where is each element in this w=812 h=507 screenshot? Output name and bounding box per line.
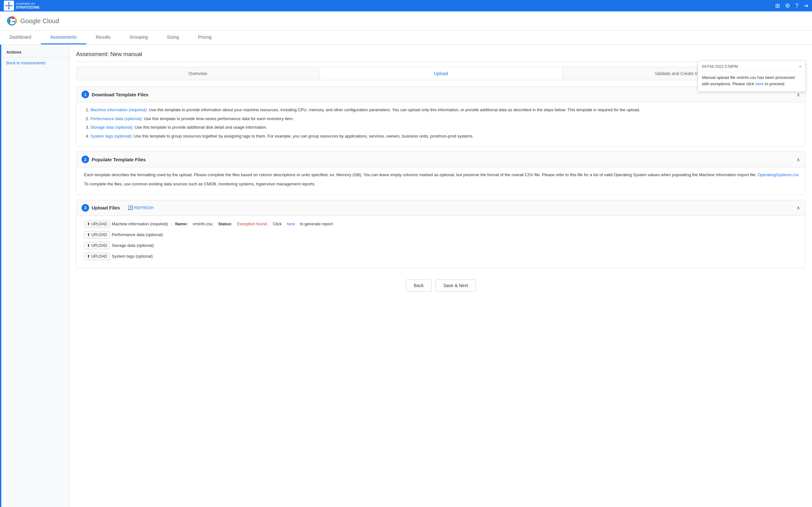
notification-body: Manual upload file vmInfo.csv has been p…	[698, 71, 805, 91]
list-item: Performance data (optional): Use this te…	[90, 116, 800, 122]
system-tags-link[interactable]: System tags (optional):	[90, 134, 133, 138]
google-cloud-text: Google Cloud	[20, 17, 59, 25]
name-value: vmInfo.csv,	[193, 222, 213, 226]
svg-rect-4	[5, 5, 8, 6]
svg-rect-3	[9, 7, 9, 9]
assessment-title: Assessment: New manual	[76, 51, 806, 62]
section-upload: 3 Upload Files 🔄 REFRESH ∧ ⬆ UPLOAD	[76, 200, 806, 268]
section-download: 1 Download Template Files ∧ Machine info…	[76, 87, 806, 147]
performance-data-link[interactable]: Performance data (optional):	[90, 116, 143, 121]
status-label: Status:	[218, 222, 232, 226]
upload-tags-button[interactable]: ⬆ UPLOAD	[84, 252, 110, 260]
section-upload-toggle[interactable]: ∧	[797, 205, 800, 211]
tab-assessments[interactable]: Assessments	[41, 31, 86, 44]
stratozone-logo: POWERED BY STRATOZONE	[4, 1, 40, 11]
upload-icon: ⬆	[87, 243, 90, 248]
sidebar-active-bar	[0, 45, 1, 507]
sub-tab-upload[interactable]: Upload	[319, 67, 562, 80]
section-download-toggle[interactable]: ∧	[797, 92, 800, 98]
stratozone-logo-icon	[4, 1, 14, 11]
notification-popup: 04-Feb-2022 5:58PM × Manual upload file …	[698, 60, 806, 92]
notification-timestamp: 04-Feb-2022 5:58PM	[702, 64, 738, 69]
google-cloud-icon	[6, 15, 18, 26]
logout-icon[interactable]: ⇥	[803, 2, 808, 9]
stratozone-logo-text: POWERED BY STRATOZONE	[16, 2, 40, 9]
header: Google Cloud	[0, 11, 812, 31]
populate-para2: To complete the files, use common existi…	[84, 181, 800, 187]
upload-storage-button[interactable]: ⬆ UPLOAD	[84, 242, 110, 249]
section-populate-header: 2 Populate Template Files ∧	[77, 152, 805, 167]
sub-tabs: Overview Upload Validate and Create Inve…	[76, 67, 806, 80]
list-item: Storage data (optional): Use this templa…	[90, 124, 800, 130]
name-label: Name:	[175, 222, 188, 226]
section-populate: 2 Populate Template Files ∧ Each templat…	[76, 152, 806, 195]
svg-rect-2	[9, 2, 9, 4]
notification-header: 04-Feb-2022 5:58PM ×	[698, 61, 805, 71]
settings-icon[interactable]: ⚙	[785, 2, 790, 9]
top-bar: POWERED BY STRATOZONE ⊞ ⚙ ? ⇥	[0, 0, 812, 11]
sidebar-item-back-to-assessments[interactable]: Back to Assessments	[0, 57, 69, 68]
tab-grouping[interactable]: Grouping	[120, 31, 157, 44]
upload-row-machine: ⬆ UPLOAD Machine information (required) …	[84, 220, 800, 228]
upload-row-storage: ⬆ UPLOAD Storage data (optional)	[84, 242, 800, 249]
refresh-icon: 🔄	[128, 205, 133, 210]
upload-machine-button[interactable]: ⬆ UPLOAD	[84, 220, 110, 228]
section-download-title: 1 Download Template Files	[82, 91, 148, 98]
upload-icon: ⬆	[87, 254, 90, 259]
sub-tab-overview[interactable]: Overview	[77, 67, 319, 80]
notification-message-end: to proceed.	[765, 81, 785, 86]
tab-dashboard[interactable]: Dashboard	[0, 31, 41, 44]
help-icon[interactable]: ?	[795, 3, 798, 9]
exception-here-link[interactable]: here	[287, 222, 295, 226]
main-layout: Actions Back to Assessments 04-Feb-2022 …	[0, 45, 812, 507]
top-bar-right: ⊞ ⚙ ? ⇥	[775, 2, 808, 9]
storage-data-link[interactable]: Storage data (optional):	[90, 125, 134, 130]
google-cloud-logo: Google Cloud	[6, 15, 59, 26]
grid-icon[interactable]: ⊞	[775, 2, 780, 9]
list-item: Machine information (required): Use this…	[90, 107, 800, 113]
content-area: 04-Feb-2022 5:58PM × Manual upload file …	[70, 45, 812, 507]
tab-pricing[interactable]: Pricing	[189, 31, 221, 44]
save-next-button[interactable]: Save & Next	[436, 279, 476, 291]
upload-row-tags: ⬆ UPLOAD System tags (optional)	[84, 252, 800, 260]
section-populate-toggle[interactable]: ∧	[797, 157, 800, 163]
section-download-header: 1 Download Template Files ∧	[77, 87, 805, 102]
notification-here-link[interactable]: here	[755, 81, 763, 86]
top-bar-left: POWERED BY STRATOZONE	[4, 1, 40, 11]
populate-para1: Each template describes the formatting u…	[84, 172, 800, 178]
nav-tabs: Dashboard Assessments Results Grouping S…	[0, 31, 812, 45]
notification-close-button[interactable]: ×	[799, 64, 802, 69]
machine-info-link[interactable]: Machine information (required):	[90, 107, 148, 112]
svg-point-1	[8, 5, 10, 7]
refresh-button[interactable]: 🔄 REFRESH	[128, 205, 154, 210]
section-download-body: Machine information (required): Use this…	[77, 102, 805, 146]
section-upload-title: 3 Upload Files 🔄 REFRESH	[82, 204, 154, 212]
section-populate-body: Each template describes the formatting u…	[77, 167, 805, 194]
upload-row-performance: ⬆ UPLOAD Performance data (optional)	[84, 231, 800, 239]
status-badge: Exception found.	[237, 222, 268, 226]
tab-sizing[interactable]: Sizing	[157, 31, 189, 44]
upload-icon: ⬆	[87, 233, 90, 237]
section-upload-body: ⬆ UPLOAD Machine information (required) …	[77, 216, 805, 268]
tab-results[interactable]: Results	[86, 31, 120, 44]
back-button[interactable]: Back	[406, 279, 432, 291]
upload-icon: ⬆	[87, 222, 90, 226]
operating-systems-link[interactable]: OperatingSystems.csv	[758, 172, 799, 177]
section-populate-title: 2 Populate Template Files	[82, 156, 146, 163]
sidebar-section-title: Actions	[0, 45, 69, 57]
svg-rect-5	[10, 5, 13, 6]
section-populate-num: 2	[82, 156, 89, 163]
section-upload-header: 3 Upload Files 🔄 REFRESH ∧	[77, 200, 805, 216]
bottom-actions: Back Save & Next	[76, 273, 806, 295]
list-item: System tags (optional): Use this templat…	[90, 133, 800, 139]
section-upload-num: 3	[82, 204, 89, 212]
upload-performance-button[interactable]: ⬆ UPLOAD	[84, 231, 110, 239]
sidebar: Actions Back to Assessments	[0, 45, 70, 507]
section-download-num: 1	[82, 91, 89, 98]
